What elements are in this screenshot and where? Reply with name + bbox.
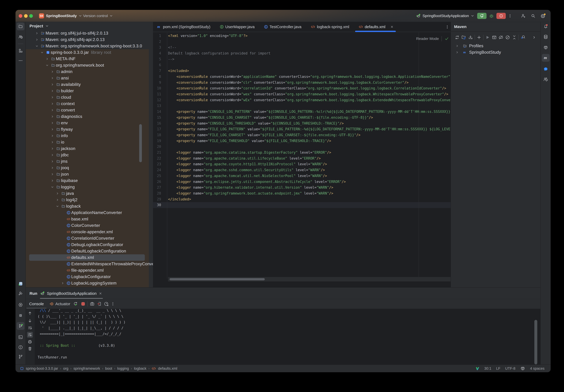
run-action-actuator-gauge[interactable]	[104, 301, 109, 306]
project-selector[interactable]: SpringBootStudy	[46, 10, 82, 22]
stripe-item-project[interactable]	[17, 23, 25, 30]
horizontal-scrollbar-thumb[interactable]	[169, 278, 265, 280]
tree-item-ansi[interactable]: ansi	[26, 75, 153, 81]
chevron-right-icon[interactable]	[45, 57, 49, 60]
stripe-item-bookmarks[interactable]	[17, 312, 25, 319]
code-with-me-button[interactable]	[518, 13, 528, 19]
chevron-down-icon[interactable]	[35, 44, 39, 48]
run-action-exit[interactable]	[97, 301, 101, 306]
console-action-clear-all[interactable]	[27, 346, 33, 351]
settings-button[interactable]	[538, 13, 548, 19]
editor-tab-UserMapper.java[interactable]: UserMapper.java	[216, 22, 260, 32]
breadcrumb-item[interactable]: org	[63, 366, 68, 371]
chevron-down-icon[interactable]	[45, 64, 49, 67]
stripe-item-version-control[interactable]	[17, 353, 25, 361]
maven-action-add-maven-project[interactable]	[476, 35, 482, 40]
maven-action-offline-mode[interactable]	[498, 35, 504, 40]
tab-console[interactable]: Console	[27, 299, 46, 309]
stripe-item-services[interactable]	[17, 301, 25, 309]
more-actions-button[interactable]	[506, 13, 514, 19]
tree-item-ExtendedWhitespaceThrowableProxyConverter[interactable]: ExtendedWhitespaceThrowableProxyConverte…	[26, 261, 153, 267]
tree-item-diagnostics[interactable]: diagnostics	[26, 113, 153, 120]
chevron-right-icon[interactable]	[51, 147, 54, 150]
chevron-right-icon[interactable]	[455, 44, 459, 48]
project-badge[interactable]: SB	[39, 13, 44, 18]
tree-item-ApplicationNameConverter[interactable]: ApplicationNameConverter	[26, 209, 153, 216]
chevron-right-icon[interactable]	[51, 108, 54, 112]
chevron-right-icon[interactable]	[51, 89, 54, 93]
maven-action-more[interactable]	[531, 35, 537, 39]
stripe-item-structure[interactable]	[17, 47, 25, 54]
search-everywhere-button[interactable]	[528, 13, 538, 19]
chevron-right-icon[interactable]	[51, 70, 54, 73]
tree-item-logging[interactable]: logging	[26, 184, 153, 190]
close-icon[interactable]	[99, 292, 102, 295]
project-scrollbar[interactable]	[139, 124, 142, 162]
tree-item-io[interactable]: io	[26, 139, 153, 145]
chevron-right-icon[interactable]	[51, 77, 54, 80]
stripe-item-database[interactable]	[542, 33, 550, 41]
chevron-right-icon[interactable]	[51, 179, 54, 182]
tree-item-builder[interactable]: builder	[26, 88, 153, 94]
tree-item-liquibase[interactable]: liquibase	[26, 177, 153, 184]
tree-item-file-appender.xml[interactable]: file-appender.xml	[26, 267, 153, 274]
breadcrumb-item[interactable]: springframework	[73, 366, 100, 371]
project-panel-header[interactable]: Project	[26, 22, 153, 30]
tree-item-jms[interactable]: jms	[26, 158, 153, 165]
editor-tab-defaults.xml[interactable]: defaults.xml	[355, 22, 396, 32]
chevron-right-icon[interactable]	[56, 198, 59, 202]
console-action-print[interactable]	[27, 339, 33, 345]
stripe-item-notifications[interactable]	[542, 23, 550, 30]
tree-item-DefaultLogbackConfiguration[interactable]: DefaultLogbackConfiguration	[26, 248, 153, 254]
maven-action-skip-tests[interactable]	[504, 35, 511, 40]
maven-action-download-sources[interactable]	[467, 35, 474, 40]
tree-item-admin[interactable]: admin	[26, 68, 153, 75]
stripe-item-more[interactable]	[17, 57, 25, 65]
tree-item-spring-boot-3.3.0.jar[interactable]: spring-boot-3.3.0.jar library root	[26, 49, 153, 56]
run-tab[interactable]: SpringBootStudyApplication	[40, 288, 102, 299]
chevron-down-icon[interactable]	[41, 51, 44, 54]
stripe-item-ai-plugin[interactable]	[542, 44, 550, 51]
stripe-item-run[interactable]	[17, 322, 25, 330]
chevron-down-icon[interactable]	[56, 205, 59, 208]
tree-item-cloud[interactable]: cloud	[26, 94, 153, 101]
tree-item-LogbackConfigurator[interactable]: LogbackConfigurator	[26, 274, 153, 280]
chevron-right-icon[interactable]	[51, 141, 54, 144]
tree-item-jackson[interactable]: jackson	[26, 145, 153, 152]
tree-item-org.springframework.boot[interactable]: org.springframework.boot	[26, 62, 153, 68]
stripe-item-maven[interactable]: m	[542, 54, 550, 62]
maven-action-analyze-dependencies[interactable]	[520, 35, 526, 40]
tree-item-Maven-org.springframework.boot-spring-boot-3.3.0[interactable]: Maven: org.springframework.boot:spring-b…	[26, 43, 153, 49]
run-action-stop[interactable]	[81, 301, 85, 306]
editor-tab-pom.xml-SpringBootStudy-[interactable]: mpom.xml (SpringBootStudy)	[153, 22, 216, 32]
maven-action-run-maven-build[interactable]	[484, 35, 491, 40]
chevron-right-icon[interactable]	[51, 83, 54, 86]
chevron-right-icon[interactable]	[51, 115, 54, 118]
close-icon[interactable]	[390, 25, 394, 28]
maven-action-reimport[interactable]	[454, 35, 461, 40]
tab-list-button[interactable]	[445, 25, 450, 29]
run-action-rerun[interactable]	[73, 301, 78, 306]
console-output[interactable]: /\\ / ___'_ __ _ _(_)_ __ __ _ \ \ \ \ (…	[35, 309, 540, 365]
console-scrollbar-thumb[interactable]	[534, 320, 537, 364]
chevron-right-icon[interactable]	[51, 173, 54, 176]
chevron-right-icon[interactable]	[51, 121, 54, 124]
stripe-item-terminal[interactable]	[17, 333, 25, 341]
tree-item-DebugLogbackConfigurator[interactable]: DebugLogbackConfigurator	[26, 242, 153, 248]
encoding-widget[interactable]: UTF-8	[505, 366, 515, 371]
caret-position-widget[interactable]: 30:1	[484, 366, 491, 371]
chevron-right-icon[interactable]	[455, 51, 459, 54]
stripe-item-pull-requests[interactable]	[17, 33, 25, 41]
breadcrumb-item[interactable]: logging	[117, 366, 129, 371]
zoom-window-button[interactable]	[29, 14, 33, 18]
tree-item-Maven-org.slf4j-slf4j-api-2.0.13[interactable]: Maven: org.slf4j:slf4j-api:2.0.13	[26, 36, 153, 43]
minimize-window-button[interactable]	[24, 14, 28, 18]
run-configuration-selector[interactable]: SpringBootStudyApplication	[416, 14, 474, 18]
tree-item-ColorConverter[interactable]: ColorConverter	[26, 222, 153, 229]
console-action-scroll-to-end[interactable]	[27, 332, 33, 338]
tree-item-availability[interactable]: availability	[26, 81, 153, 88]
stop-button[interactable]	[496, 13, 506, 19]
horizontal-scrollbar[interactable]	[168, 277, 451, 282]
console-action-soft-wrap[interactable]	[27, 325, 33, 331]
close-window-button[interactable]	[19, 14, 22, 18]
